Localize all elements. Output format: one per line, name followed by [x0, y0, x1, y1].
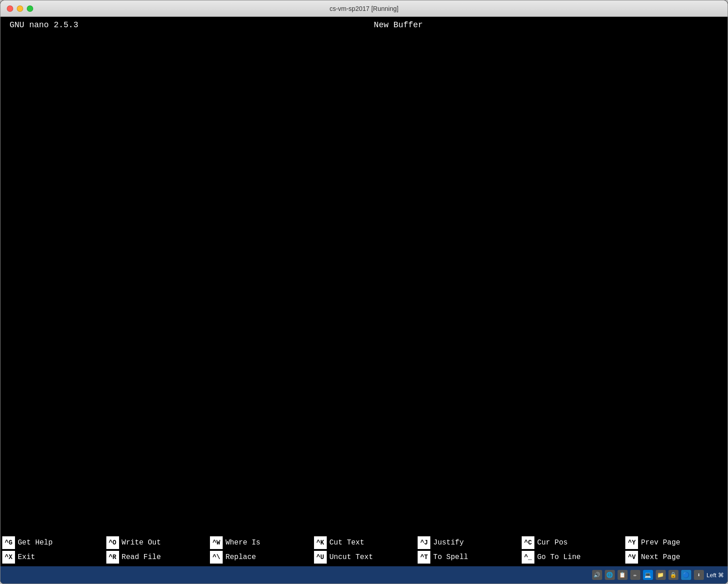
window-title: cs-vm-sp2017 [Running] — [329, 5, 399, 12]
tray-icon-3[interactable]: 📋 — [618, 570, 628, 580]
editor-area[interactable] — [0, 33, 728, 521]
key-cur-pos: ^C — [522, 536, 534, 549]
shortcut-prev-page[interactable]: ^Y Prev Page — [623, 535, 728, 550]
main-window: cs-vm-sp2017 [Running] GNU nano 2.5.3 Ne… — [0, 0, 728, 584]
tray-keyboard-text: Left ⌘ — [707, 572, 724, 579]
key-get-help: ^G — [2, 536, 15, 549]
shortcut-exit[interactable]: ^X Exit — [0, 550, 105, 564]
system-tray: 🔊 🌐 📋 ✏️ 💻 📁 🔒 🔵 ⬇️ Left ⌘ — [0, 566, 728, 584]
label-exit: Exit — [18, 553, 35, 561]
shortcut-cut-text[interactable]: ^K Cut Text — [312, 535, 416, 550]
label-cur-pos: Cur Pos — [537, 539, 568, 547]
key-read-file: ^R — [106, 551, 119, 564]
label-write-out: Write Out — [122, 539, 161, 547]
key-prev-page: ^Y — [625, 536, 638, 549]
title-bar: cs-vm-sp2017 [Running] — [0, 0, 728, 17]
shortcut-where-is[interactable]: ^W Where Is — [208, 535, 312, 550]
status-bar — [0, 521, 728, 534]
shortcut-next-page[interactable]: ^V Next Page — [623, 550, 728, 564]
label-prev-page: Prev Page — [641, 539, 680, 547]
shortcut-write-out[interactable]: ^O Write Out — [105, 535, 209, 550]
label-go-to-line: Go To Line — [537, 553, 581, 561]
shortcut-go-to-line[interactable]: ^_ Go To Line — [520, 550, 624, 564]
shortcut-justify[interactable]: ^J Justify — [416, 535, 520, 550]
buffer-name: New Buffer — [78, 20, 718, 30]
shortcut-row-1: ^G Get Help ^O Write Out ^W Where Is ^K … — [0, 535, 728, 550]
key-to-spell: ^T — [418, 551, 430, 564]
shortcut-read-file[interactable]: ^R Read File — [105, 550, 209, 564]
shortcut-cur-pos[interactable]: ^C Cur Pos — [520, 535, 624, 550]
tray-icon-4[interactable]: ✏️ — [630, 570, 640, 580]
tray-icon-2[interactable]: 🌐 — [605, 570, 615, 580]
label-justify: Justify — [433, 539, 464, 547]
key-write-out: ^O — [106, 536, 119, 549]
key-next-page: ^V — [625, 551, 638, 564]
label-get-help: Get Help — [18, 539, 53, 547]
tray-icon-1[interactable]: 🔊 — [592, 570, 602, 580]
label-replace: Replace — [225, 553, 256, 561]
label-cut-text: Cut Text — [329, 539, 364, 547]
maximize-button[interactable] — [27, 5, 33, 12]
shortcut-to-spell[interactable]: ^T To Spell — [416, 550, 520, 564]
key-cut-text: ^K — [314, 536, 327, 549]
tray-icon-8[interactable]: 🔵 — [681, 570, 691, 580]
minimize-button[interactable] — [17, 5, 23, 12]
nano-header: GNU nano 2.5.3 New Buffer — [0, 17, 728, 33]
shortcut-row-2: ^X Exit ^R Read File ^\ Replace ^U Uncut… — [0, 550, 728, 564]
key-where-is: ^W — [210, 536, 223, 549]
shortcut-replace[interactable]: ^\ Replace — [208, 550, 312, 564]
tray-icon-5[interactable]: 💻 — [643, 570, 653, 580]
shortcut-uncut-text[interactable]: ^U Uncut Text — [312, 550, 416, 564]
tray-icon-9[interactable]: ⬇️ — [694, 570, 704, 580]
key-justify: ^J — [418, 536, 430, 549]
window-controls — [7, 5, 33, 12]
key-replace: ^\ — [210, 551, 223, 564]
key-uncut-text: ^U — [314, 551, 327, 564]
label-read-file: Read File — [122, 553, 161, 561]
label-where-is: Where Is — [225, 539, 260, 547]
shortcut-get-help[interactable]: ^G Get Help — [0, 535, 105, 550]
label-next-page: Next Page — [641, 553, 680, 561]
label-uncut-text: Uncut Text — [329, 553, 373, 561]
key-exit: ^X — [2, 551, 15, 564]
tray-icon-6[interactable]: 📁 — [656, 570, 666, 580]
tray-icon-7[interactable]: 🔒 — [668, 570, 678, 580]
shortcut-bar: ^G Get Help ^O Write Out ^W Where Is ^K … — [0, 534, 728, 566]
label-to-spell: To Spell — [433, 553, 468, 561]
key-go-to-line: ^_ — [522, 551, 534, 564]
nano-version: GNU nano 2.5.3 — [10, 20, 78, 30]
close-button[interactable] — [7, 5, 13, 12]
